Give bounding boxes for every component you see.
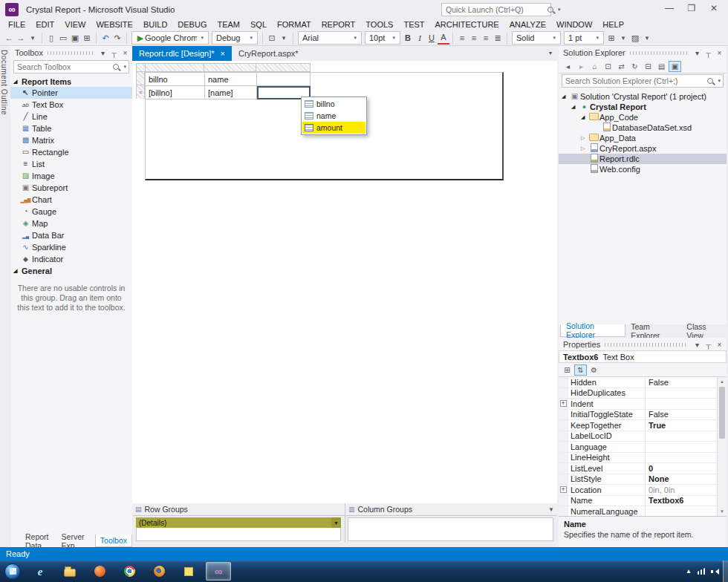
save-icon[interactable]: ▣ (69, 32, 81, 45)
close-icon[interactable]: × (714, 341, 725, 349)
undo-icon[interactable]: ↶ (100, 32, 111, 45)
solution-explorer-toolbar-icon[interactable] (602, 61, 614, 72)
table-data-cell[interactable]: [name] (205, 86, 257, 99)
menu-item[interactable]: VIEW (59, 19, 91, 30)
menu-item[interactable]: FILE (3, 19, 30, 30)
expand-toggle-icon[interactable] (560, 400, 567, 407)
quick-launch-box[interactable]: ▾ (441, 3, 551, 16)
bold-button[interactable]: B (402, 32, 414, 45)
table-header-cell[interactable] (257, 73, 311, 86)
properties-toolbar-icon[interactable] (588, 364, 600, 376)
new-file-icon[interactable]: ▯ (45, 32, 57, 45)
panel-tab[interactable]: Team Explorer (625, 324, 681, 337)
tree-item[interactable]: Web.config (559, 164, 727, 174)
close-icon[interactable]: × (221, 49, 225, 58)
tree-expander-icon[interactable] (581, 114, 588, 120)
fill-color-icon[interactable]: ▨ (629, 32, 641, 45)
property-row[interactable]: LineHeight (559, 453, 727, 464)
chevron-down-icon[interactable]: ▾ (617, 32, 629, 45)
column-handle[interactable] (256, 64, 310, 71)
font-color-button[interactable]: A (438, 32, 449, 45)
property-row[interactable]: InitialToggleState False (559, 410, 727, 421)
underline-button[interactable]: U (426, 32, 438, 45)
bullet-list-icon[interactable]: ≣ (492, 32, 504, 45)
tree-item[interactable]: Crystal Report (559, 102, 727, 112)
property-row[interactable]: Indent (559, 399, 727, 410)
taskbar-app-button[interactable] (176, 562, 201, 581)
chevron-down-icon[interactable]: ▾ (715, 78, 723, 84)
table-data-cell[interactable]: [billno] (146, 86, 205, 99)
panel-tab[interactable]: Toolbox (95, 534, 132, 547)
borders-icon[interactable]: ⊞ (605, 32, 617, 45)
tree-expander-icon[interactable] (581, 146, 588, 151)
toolbox-item[interactable]: Sparkline (10, 241, 132, 253)
find-icon[interactable]: ⊡ (266, 32, 278, 45)
solution-explorer-search-box[interactable]: ▾ (562, 74, 724, 88)
show-desktop-button[interactable] (723, 560, 728, 582)
menu-item[interactable]: BUILD (138, 19, 172, 30)
volume-icon[interactable] (711, 568, 719, 575)
align-center-icon[interactable]: ≡ (468, 32, 480, 45)
toolbox-item[interactable]: Subreport (10, 182, 132, 194)
property-value[interactable]: True (646, 421, 717, 430)
tree-expander-icon[interactable] (581, 135, 588, 141)
close-button[interactable]: ✕ (703, 0, 725, 16)
row-handle[interactable] (137, 72, 144, 85)
panel-tab[interactable]: Server Exp... (57, 534, 95, 547)
chevron-down-icon[interactable]: ▾ (556, 7, 563, 13)
menu-item[interactable]: ARCHITECTURE (430, 19, 504, 30)
document-tab[interactable]: CryReport.aspx* × (232, 46, 305, 61)
property-value[interactable]: None (646, 474, 717, 483)
align-left-icon[interactable]: ≡ (456, 32, 468, 45)
solution-explorer-header[interactable]: Solution Explorer ▾ ┬ × (559, 46, 727, 59)
run-target-dropdown[interactable]: ▶ Google Chrome ▾ (131, 31, 209, 45)
property-row[interactable]: ListLevel 0 (559, 463, 727, 474)
menu-item[interactable]: DEBUG (172, 19, 212, 30)
menu-item[interactable]: FORMAT (272, 19, 316, 30)
taskbar-app-button[interactable] (87, 562, 112, 581)
solution-explorer-toolbar-icon[interactable] (615, 61, 628, 72)
menu-item[interactable]: ANALYZE (504, 19, 551, 30)
property-row[interactable]: KeepTogether True (559, 420, 727, 431)
field-menu-item[interactable]: amount (302, 122, 365, 134)
solution-explorer-toolbar-icon[interactable] (628, 61, 641, 72)
expand-toggle-icon[interactable] (560, 486, 567, 493)
toolbox-group-report-items[interactable]: ◢ Report Items (10, 76, 132, 87)
solution-explorer-toolbar-icon[interactable] (588, 61, 601, 72)
row-handle-selected[interactable]: ≡ (137, 85, 144, 99)
toolbox-item[interactable]: Text Box (10, 99, 132, 111)
details-group-item[interactable]: (Details) ▼ (136, 517, 341, 528)
save-all-icon[interactable]: ⊞ (81, 32, 93, 45)
property-value[interactable]: 0in, 0in (646, 485, 717, 494)
property-row[interactable]: ListStyle None (559, 474, 727, 485)
property-row[interactable]: HideDuplicates (559, 388, 727, 399)
row-groups-header[interactable]: ▤ Row Groups (132, 503, 345, 516)
property-value[interactable]: False (646, 410, 717, 419)
pin-icon[interactable]: ┬ (703, 49, 714, 57)
properties-toolbar-icon[interactable] (561, 364, 573, 376)
menu-item[interactable]: EDIT (30, 19, 59, 30)
tree-item[interactable]: CryReport.aspx (559, 143, 727, 154)
toolbox-item[interactable]: List (10, 158, 132, 170)
hidden-icons-chevron-icon[interactable]: ▲ (686, 568, 692, 575)
scroll-up-icon[interactable]: ▲ (718, 377, 727, 386)
border-style-dropdown[interactable]: Solid ▾ (512, 31, 561, 45)
toolbox-group-general[interactable]: ◢ General (10, 265, 132, 276)
menu-item[interactable]: TEAM (212, 19, 245, 30)
table-header-cell[interactable]: name (205, 73, 257, 86)
chevron-down-icon[interactable]: ▾ (97, 49, 108, 57)
pin-icon[interactable]: ┬ (703, 341, 714, 349)
field-menu-item[interactable]: name (302, 110, 365, 122)
italic-button[interactable]: I (414, 32, 426, 45)
open-file-icon[interactable]: ▭ (57, 32, 69, 45)
menu-item[interactable]: WEBSITE (91, 19, 138, 30)
property-row[interactable]: Name Textbox6 (559, 496, 727, 507)
configuration-dropdown[interactable]: Debug ▾ (212, 31, 258, 45)
border-width-dropdown[interactable]: 1 pt ▾ (564, 31, 604, 45)
close-icon[interactable]: × (120, 49, 131, 57)
column-groups-body[interactable] (348, 517, 553, 541)
field-menu-item[interactable]: billno (302, 98, 365, 110)
taskbar-app-button[interactable] (117, 562, 142, 581)
properties-header[interactable]: Properties ▾ ┬ × (559, 338, 727, 351)
solution-explorer-toolbar-icon[interactable] (669, 61, 681, 72)
